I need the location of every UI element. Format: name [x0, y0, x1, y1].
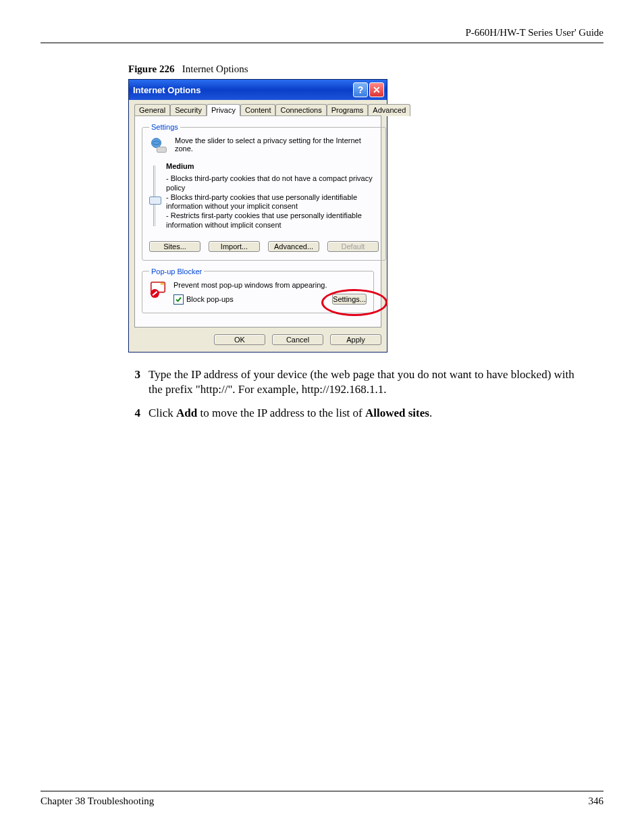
- tab-panel-privacy: Settings Move the slider to select a pri…: [134, 115, 381, 328]
- svg-rect-1: [157, 147, 166, 153]
- tab-content[interactable]: Content: [240, 104, 276, 116]
- tab-security[interactable]: Security: [170, 104, 207, 116]
- svg-point-0: [152, 138, 161, 148]
- sites-button[interactable]: Sites...: [149, 241, 200, 252]
- desc-line-2: - Blocks third-party cookies that use pe…: [166, 193, 379, 212]
- header-right-text: P-660H/HW-T Series User' Guide: [466, 27, 603, 38]
- tab-privacy[interactable]: Privacy: [207, 104, 240, 116]
- step-4-bold-1: Add: [176, 407, 197, 419]
- step-3-text: Type the IP address of your device (the …: [149, 367, 583, 398]
- step-4-text-a: Click: [149, 407, 176, 419]
- popup-desc-text: Prevent most pop-up windows from appeari…: [173, 281, 367, 289]
- popup-row: Prevent most pop-up windows from appeari…: [149, 281, 367, 305]
- figure-block: Figure 226 Internet Options Internet Opt…: [128, 63, 560, 353]
- settings-group-legend: Settings: [149, 123, 180, 131]
- step-4-text-b: to move the IP address to the list of: [197, 407, 365, 419]
- privacy-level-name: Medium: [166, 162, 379, 170]
- desc-line-3: - Restricts first-party cookies that use…: [166, 211, 379, 230]
- dialog-titlebar: Internet Options ? ✕: [129, 80, 387, 100]
- privacy-slider[interactable]: [149, 162, 161, 230]
- advanced-button[interactable]: Advanced...: [268, 241, 319, 252]
- tab-connections[interactable]: Connections: [275, 104, 326, 116]
- svg-rect-3: [161, 282, 165, 284]
- slider-track[interactable]: [153, 165, 157, 226]
- step-4-number: 4: [128, 406, 140, 421]
- cancel-button[interactable]: Cancel: [272, 334, 323, 345]
- settings-group: Settings Move the slider to select a pri…: [142, 123, 386, 261]
- block-popups-checkbox[interactable]: Block pop-ups: [173, 294, 234, 305]
- step-4-text: Click Add to move the IP address to the …: [149, 406, 583, 421]
- settings-instruction-row: Move the slider to select a privacy sett…: [149, 136, 379, 155]
- step-4-text-c: .: [429, 407, 432, 419]
- step-3-number: 3: [128, 367, 140, 398]
- page-header: P-660H/HW-T Series User' Guide: [41, 27, 603, 43]
- close-button[interactable]: ✕: [369, 82, 384, 97]
- close-icon: ✕: [373, 85, 381, 95]
- world-icon: [149, 136, 168, 155]
- slider-row: Medium - Blocks third-party cookies that…: [149, 162, 379, 230]
- popup-right-col: Prevent most pop-up windows from appeari…: [173, 281, 367, 305]
- apply-button[interactable]: Apply: [330, 334, 381, 345]
- blocked-icon: [149, 281, 167, 298]
- internet-options-dialog: Internet Options ? ✕ General Security Pr…: [128, 79, 387, 353]
- slider-handle[interactable]: [149, 197, 161, 205]
- step-4-bold-2: Allowed sites: [365, 407, 429, 419]
- instruction-steps: 3 Type the IP address of your device (th…: [128, 367, 583, 422]
- highlighted-oval: Settings...: [332, 295, 367, 303]
- figure-label: Figure 226: [128, 63, 174, 74]
- figure-caption: Figure 226 Internet Options: [128, 63, 560, 75]
- tab-advanced[interactable]: Advanced: [368, 104, 410, 116]
- tab-general[interactable]: General: [134, 104, 170, 116]
- dialog-body: General Security Privacy Content Connect…: [129, 100, 387, 352]
- popup-blocker-group: Pop-up Blocker Prevent most pop-up win: [142, 267, 374, 313]
- dialog-title: Internet Options: [133, 85, 352, 95]
- settings-instruction-text: Move the slider to select a privacy sett…: [175, 136, 379, 155]
- step-3: 3 Type the IP address of your device (th…: [128, 367, 583, 398]
- figure-caption-text: Internet Options: [182, 63, 248, 74]
- tab-programs[interactable]: Programs: [327, 104, 369, 116]
- block-popups-label: Block pop-ups: [186, 295, 234, 303]
- popup-group-legend: Pop-up Blocker: [149, 267, 204, 276]
- import-button[interactable]: Import...: [209, 241, 260, 252]
- privacy-level-lines: - Blocks third-party cookies that do not…: [166, 174, 379, 230]
- desc-line-1: - Blocks third-party cookies that do not…: [166, 174, 379, 193]
- step-4: 4 Click Add to move the IP address to th…: [128, 406, 583, 421]
- settings-button-row: Sites... Import... Advanced... Default: [149, 241, 379, 252]
- popup-checkbox-row: Block pop-ups Settings...: [173, 294, 367, 305]
- default-button[interactable]: Default: [327, 241, 379, 252]
- tabs-row: General Security Privacy Content Connect…: [134, 104, 381, 116]
- checkbox-box: [173, 294, 184, 305]
- help-button[interactable]: ?: [353, 82, 368, 97]
- dialog-button-row: OK Cancel Apply: [134, 334, 381, 345]
- privacy-level-description: Medium - Blocks third-party cookies that…: [166, 162, 379, 230]
- ok-button[interactable]: OK: [214, 334, 265, 345]
- popup-settings-button[interactable]: Settings...: [332, 294, 367, 305]
